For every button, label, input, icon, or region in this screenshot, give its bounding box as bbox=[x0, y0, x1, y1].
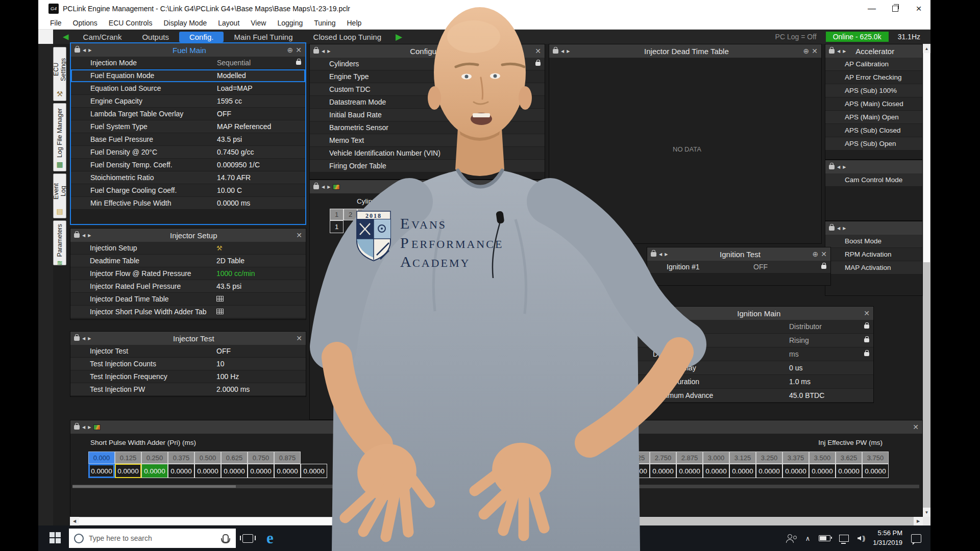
float-icon[interactable]: ✕ bbox=[864, 310, 870, 317]
scroll-right-icon[interactable]: ▶ bbox=[914, 517, 923, 525]
accelerator-item[interactable]: APS (Main) Closed bbox=[825, 97, 922, 111]
search-input[interactable]: Type here to search bbox=[69, 529, 236, 548]
menu-item[interactable]: Options bbox=[67, 19, 103, 27]
accelerator-item[interactable]: APS (Main) Open bbox=[825, 111, 922, 124]
accelerator-item[interactable]: APS (Sub) Closed bbox=[825, 124, 922, 137]
col-header-cell[interactable]: 0.750 bbox=[248, 452, 274, 464]
value-cell[interactable]: 0.0000 bbox=[729, 464, 756, 478]
edge-button[interactable]: e bbox=[266, 531, 274, 546]
float-icon[interactable]: ✕ bbox=[913, 423, 919, 431]
setting-row[interactable]: Test Injection PW2.0000 ms bbox=[70, 383, 306, 396]
menu-item[interactable]: View bbox=[245, 19, 272, 27]
lock-icon[interactable] bbox=[829, 49, 835, 54]
lock-icon[interactable] bbox=[829, 226, 835, 231]
scroll-down-icon[interactable]: ▼ bbox=[923, 508, 930, 517]
prev-icon[interactable]: ◀ bbox=[83, 48, 86, 53]
move-icon[interactable]: ⊕ bbox=[803, 47, 810, 55]
volume-icon[interactable]: )) bbox=[857, 535, 864, 542]
setting-row[interactable]: Fuel System TypeMAP Referenced bbox=[71, 120, 305, 133]
menu-item[interactable]: ECU Controls bbox=[103, 19, 158, 27]
value-cell[interactable]: 0.0000 bbox=[782, 464, 809, 478]
setting-row[interactable]: Fuel Density @ 20°C0.7450 g/cc bbox=[71, 146, 305, 159]
setting-row[interactable]: Fuel Charge Cooling Coeff.10.00 C bbox=[71, 184, 305, 197]
microphone-icon[interactable] bbox=[223, 534, 229, 543]
value-cell[interactable]: 0.0000 bbox=[168, 464, 194, 478]
lock-icon[interactable] bbox=[74, 233, 80, 238]
value-cell[interactable]: 0.0000 bbox=[88, 464, 115, 478]
value-cell[interactable]: 0.0000 bbox=[862, 464, 889, 478]
page-tab[interactable]: Outputs bbox=[132, 32, 179, 42]
col-header-cell[interactable]: 0.500 bbox=[194, 452, 221, 464]
setting-row[interactable]: Test Injection Frequency100 Hz bbox=[70, 370, 306, 383]
tabs-prev-icon[interactable]: ◀ bbox=[63, 32, 69, 41]
value-cell[interactable]: 0.0000 bbox=[248, 464, 274, 478]
value-cell[interactable]: 0.0000 bbox=[836, 464, 862, 478]
setting-row[interactable]: Injector Rated Fuel Pressure43.5 psi bbox=[70, 280, 306, 293]
col-header-cell[interactable]: 0.000 bbox=[88, 452, 115, 464]
scroll-up-icon[interactable]: ▲ bbox=[923, 44, 930, 53]
page-tab[interactable]: Cam/Crank bbox=[73, 32, 132, 42]
setting-row[interactable]: Injector TestOFF bbox=[70, 345, 306, 358]
setting-row[interactable]: Stoichiometric Ratio14.70 AFR bbox=[71, 171, 305, 184]
network-icon[interactable] bbox=[839, 535, 849, 542]
sidebar-tab-parameters[interactable]: Parameters ≋ bbox=[53, 220, 66, 265]
sidebar-tab-event-log[interactable]: Event Log ▤ bbox=[53, 173, 66, 218]
task-view-button[interactable] bbox=[242, 534, 253, 543]
boost-item[interactable]: Boost Mode bbox=[825, 235, 922, 248]
close-icon[interactable]: ✕ bbox=[821, 251, 827, 258]
menu-item[interactable]: Display Mode bbox=[158, 19, 212, 27]
close-icon[interactable]: ✕ bbox=[812, 47, 818, 55]
minimize-button[interactable]: — bbox=[860, 0, 884, 17]
close-button[interactable]: × bbox=[907, 0, 930, 17]
value-cell[interactable]: 0.0000 bbox=[115, 464, 141, 478]
value-cell[interactable]: 0.0000 bbox=[221, 464, 248, 478]
boost-item[interactable]: RPM Activation bbox=[825, 248, 922, 261]
setting-row[interactable]: Injector Short Pulse Width Adder Tab bbox=[70, 306, 306, 318]
vertical-scrollbar[interactable]: ▲ ▼ bbox=[923, 44, 930, 517]
col-header-cell[interactable]: 0.125 bbox=[115, 452, 141, 464]
page-tab[interactable]: Config. bbox=[179, 32, 224, 42]
col-header-cell[interactable]: 0.625 bbox=[221, 452, 248, 464]
setting-row[interactable]: Injector Flow @ Rated Pressure1000 cc/mi… bbox=[70, 267, 306, 280]
setting-row[interactable]: Test Injection Counts10 bbox=[70, 358, 306, 370]
clock[interactable]: 5:56 PM 1/31/2019 bbox=[873, 529, 902, 548]
accelerator-item[interactable]: AP Calibration bbox=[825, 58, 922, 71]
value-cell[interactable]: 0.0000 bbox=[809, 464, 836, 478]
move-icon[interactable]: ⊕ bbox=[813, 251, 819, 258]
setting-row[interactable]: Injection Setup⚒ bbox=[70, 242, 306, 255]
col-header-cell[interactable]: 3.500 bbox=[809, 452, 836, 464]
lock-icon[interactable] bbox=[74, 336, 80, 341]
cam-control-item[interactable]: Cam Control Mode bbox=[825, 173, 922, 187]
setting-row[interactable]: Min Effective Pulse Width0.0000 ms bbox=[71, 197, 305, 210]
lock-icon[interactable] bbox=[829, 165, 835, 169]
setting-row[interactable]: Engine Capacity1595 cc bbox=[71, 95, 305, 108]
setting-row[interactable]: Deadtime Table2D Table bbox=[70, 255, 306, 267]
scroll-thumb[interactable] bbox=[923, 53, 930, 262]
col-header-cell[interactable]: 3.750 bbox=[862, 452, 889, 464]
value-cell[interactable]: 0.0000 bbox=[756, 464, 782, 478]
scroll-left-icon[interactable]: ◀ bbox=[70, 517, 79, 525]
start-button-icon[interactable] bbox=[50, 532, 62, 544]
col-header-cell[interactable]: 3.625 bbox=[836, 452, 862, 464]
col-header-cell[interactable]: 0.250 bbox=[141, 452, 168, 464]
lock-icon[interactable] bbox=[74, 425, 80, 430]
accelerator-item[interactable]: APS (Sub) Open bbox=[825, 137, 922, 151]
setting-row[interactable]: Base Fuel Pressure43.5 psi bbox=[71, 133, 305, 146]
people-button[interactable] bbox=[787, 534, 797, 542]
accelerator-item[interactable]: AP Error Checking bbox=[825, 71, 922, 84]
col-header-cell[interactable]: 3.375 bbox=[782, 452, 809, 464]
boost-item[interactable]: MAP Activation bbox=[825, 261, 922, 274]
lock-icon[interactable] bbox=[75, 48, 80, 53]
sidebar-tab-log-file-manager[interactable]: Log File Manager ▦ bbox=[53, 103, 66, 171]
value-cell[interactable]: 0.0000 bbox=[194, 464, 221, 478]
setting-row[interactable]: Injector Dead Time Table bbox=[70, 293, 306, 306]
restore-button[interactable] bbox=[884, 0, 907, 17]
sidebar-tab-ecu-settings[interactable]: ECU Settings ⚒ bbox=[53, 47, 66, 101]
setting-row-selected[interactable]: Fuel Equation ModeModelled bbox=[71, 69, 305, 82]
setting-row[interactable]: Lambda Target Table OverlayOFF bbox=[71, 108, 305, 120]
menu-item[interactable]: Layout bbox=[212, 19, 245, 27]
value-cell[interactable]: 0.0000 bbox=[141, 464, 168, 478]
action-center-button[interactable] bbox=[911, 534, 921, 543]
setting-row[interactable]: Fuel Density Temp. Coeff.0.000950 1/C bbox=[71, 159, 305, 171]
accelerator-item[interactable]: APS (Sub) 100% bbox=[825, 84, 922, 97]
